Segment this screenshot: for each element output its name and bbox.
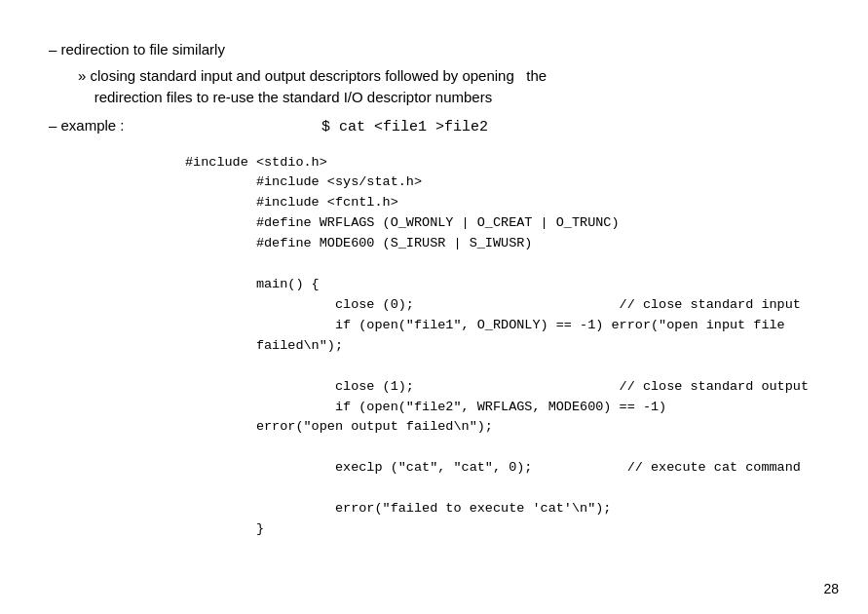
bullet-closing-text: » closing standard input and output desc… (78, 67, 547, 106)
code-line-3: #include <fcntl.h> (185, 193, 819, 213)
code-line-2: #include <sys/stat.h> (185, 173, 819, 193)
code-line-4: #define WRFLAGS (O_WRONLY | O_CREAT | O_… (185, 213, 819, 234)
code-line-blank1 (185, 254, 819, 275)
code-line-1: #include <stdio.h> (185, 153, 819, 173)
example-command: $ cat <file1 >file2 (321, 119, 488, 135)
code-line-error-execute: error("failed to execute 'cat'\n"); (185, 499, 819, 519)
code-line-open1: if (open("file1", O_RDONLY) == -1) error… (185, 316, 819, 336)
code-block: #include <stdio.h> #include <sys/stat.h>… (185, 153, 819, 541)
example-label: – example : (49, 117, 205, 134)
bullet-closing: » closing standard input and output desc… (49, 65, 819, 109)
bullet-example: – example : $ cat <file1 >file2 (49, 117, 819, 135)
page-number: 28 (823, 581, 839, 596)
code-line-error-output: error("open output failed\n"); (185, 417, 819, 438)
bullet-redirection-text: – redirection to file similarly (49, 41, 225, 58)
code-line-failed: failed\n"); (185, 336, 819, 357)
code-line-blank3 (185, 438, 819, 458)
code-line-open2: if (open("file2", WRFLAGS, MODE600) == -… (185, 398, 819, 418)
code-line-close0: close (0); // close standard input (185, 295, 819, 316)
code-line-execlp: execlp ("cat", "cat", 0); // execute cat… (185, 458, 819, 479)
bullet-redirection: – redirection to file similarly (49, 39, 819, 61)
code-line-blank2 (185, 357, 819, 377)
code-line-blank4 (185, 479, 819, 499)
code-line-close1: close (1); // close standard output (185, 377, 819, 398)
code-line-5: #define MODE600 (S_IRUSR | S_IWUSR) (185, 234, 819, 254)
code-line-closing-brace: } (185, 519, 819, 540)
slide-content: – redirection to file similarly » closin… (0, 0, 868, 614)
code-line-main: main() { (185, 275, 819, 295)
